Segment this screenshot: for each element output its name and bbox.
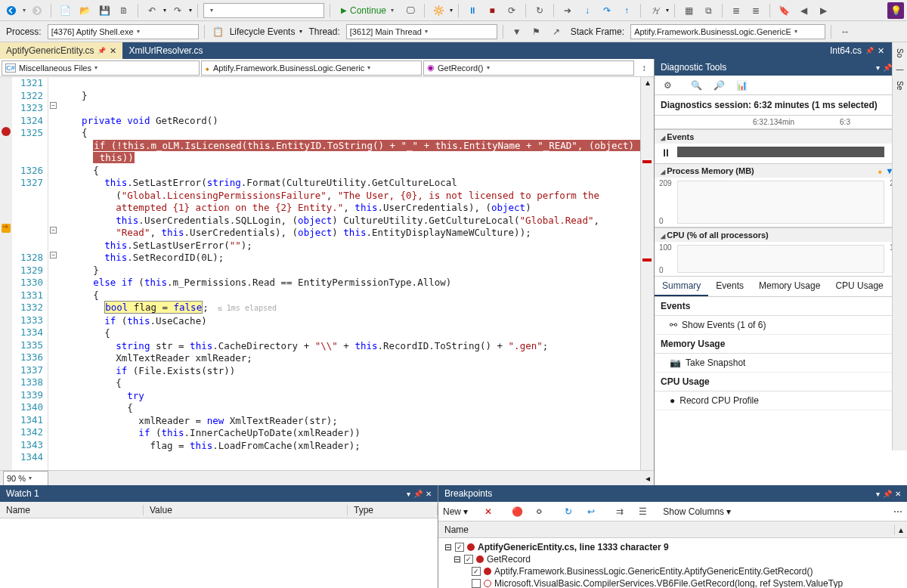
- pin-icon[interactable]: 📌: [883, 63, 892, 72]
- code-body[interactable]: } private void GetRecord() { if (!this.m…: [59, 77, 654, 470]
- gear-icon[interactable]: ⚙: [659, 77, 676, 94]
- save-all-icon[interactable]: 🗎: [116, 2, 132, 19]
- forward-icon[interactable]: [29, 2, 45, 19]
- nav-member-dropdown[interactable]: ◉GetRecord(): [423, 60, 634, 76]
- close-icon[interactable]: ✕: [878, 46, 884, 56]
- zoom-dropdown[interactable]: 90 %: [3, 471, 48, 486]
- pause-icon[interactable]: ⏸: [464, 2, 481, 19]
- tab-summary[interactable]: Summary: [655, 277, 708, 296]
- export-icon[interactable]: ↩: [583, 503, 599, 520]
- step-over-icon[interactable]: ↷: [599, 2, 615, 19]
- close-icon[interactable]: ✕: [895, 490, 901, 498]
- redo-icon[interactable]: ↷: [169, 2, 186, 19]
- show-columns-dropdown[interactable]: Show Columns ▾: [663, 506, 731, 517]
- solution-explorer-tab[interactable]: So: [896, 48, 904, 57]
- tab-events[interactable]: Events: [708, 277, 751, 296]
- bp-tree[interactable]: ⊟✓AptifyGenericEntity.cs, line 1333 char…: [438, 538, 907, 588]
- process-dropdown[interactable]: [4376] Aptify Shell.exe: [48, 24, 199, 39]
- flag-icon[interactable]: ⚑: [528, 23, 545, 40]
- pin-icon[interactable]: 📌: [865, 47, 874, 54]
- step-into-icon[interactable]: ↓: [579, 2, 596, 19]
- open-icon[interactable]: 📂: [76, 2, 93, 19]
- events-track[interactable]: ⏸: [655, 144, 907, 163]
- fold-gutter[interactable]: − − −: [48, 77, 59, 470]
- tab-cpu[interactable]: CPU Usage: [828, 277, 890, 296]
- collapsed-sidebar[interactable]: So — Se: [892, 42, 907, 450]
- overflow-icon[interactable]: ⋯: [893, 506, 902, 517]
- zoom-in-icon[interactable]: 🔍: [688, 77, 704, 94]
- hscroll-left-icon[interactable]: ◂: [642, 473, 654, 484]
- stackframe-dropdown[interactable]: Aptify.Framework.BusinessLogic.GenericE: [630, 24, 825, 39]
- bp-row[interactable]: ⊟✓GetRecord: [444, 553, 901, 565]
- vscroll-up-icon[interactable]: ▴: [895, 525, 907, 535]
- show-events-link[interactable]: ⚯Show Events (1 of 6): [655, 316, 907, 335]
- instruction-pointer-icon[interactable]: [2, 224, 11, 233]
- enable-bp-icon[interactable]: 🔴: [509, 503, 525, 520]
- toolbox1-icon[interactable]: ▦: [680, 2, 697, 19]
- nav-project-dropdown[interactable]: C#Miscellaneous Files: [2, 60, 200, 76]
- new-bp-dropdown[interactable]: New ▾: [443, 506, 468, 517]
- hex-icon[interactable]: 𝓗: [646, 2, 663, 19]
- bookmark-icon[interactable]: 🔖: [775, 2, 792, 19]
- cpu-chart[interactable]: 100 100 0 0: [655, 242, 907, 277]
- diag-title-bar[interactable]: Diagnostic Tools ▾📌✕: [655, 59, 907, 76]
- next-bm-icon[interactable]: ▶: [815, 2, 831, 19]
- goto-source-icon[interactable]: ⇉: [611, 503, 628, 520]
- vertical-scrollbar[interactable]: ▴: [640, 77, 654, 470]
- watch-grid-body[interactable]: [0, 518, 438, 588]
- refresh-icon[interactable]: ↻: [531, 2, 548, 19]
- col-value[interactable]: Value: [144, 505, 348, 515]
- step-out-icon[interactable]: ↑: [618, 2, 635, 19]
- zoom-out-icon[interactable]: 🔎: [710, 77, 727, 94]
- tab-int64[interactable]: Int64.cs 📌 ✕: [824, 42, 890, 59]
- take-snapshot-link[interactable]: 📷Take Snapshot: [655, 354, 907, 373]
- events-header[interactable]: Events: [655, 129, 907, 144]
- col-type[interactable]: Type: [348, 505, 438, 515]
- code-editor[interactable]: 1321132213231324132513261327132813291330…: [0, 77, 654, 470]
- tab-aptifygenericentity[interactable]: AptifyGenericEntity.cs 📌 ✕: [0, 42, 122, 59]
- filter-icon[interactable]: ▼: [509, 23, 525, 40]
- memory-chart[interactable]: 209 209 0 0: [655, 178, 907, 227]
- browser-icon[interactable]: 🖵: [402, 2, 419, 19]
- col-name[interactable]: Name: [0, 505, 144, 515]
- disable-bp-icon[interactable]: ⭘: [531, 503, 548, 520]
- server-explorer-tab[interactable]: Se: [896, 81, 904, 90]
- bp-row[interactable]: Microsoft.VisualBasic.CompilerServices.V…: [444, 577, 901, 588]
- reset-view-icon[interactable]: 📊: [733, 77, 750, 94]
- watch-title-bar[interactable]: Watch 1 ▾📌✕: [0, 485, 438, 502]
- pin-icon[interactable]: 📌: [98, 47, 106, 54]
- bp-row[interactable]: ✓Aptify.Framework.BusinessLogic.GenericE…: [444, 565, 901, 577]
- pin-icon[interactable]: 📌: [413, 490, 423, 498]
- expand-icon[interactable]: ↔: [837, 23, 853, 40]
- dropdown-icon[interactable]: ▾: [407, 490, 410, 498]
- diag-timeline-ruler[interactable]: 6:32.134min6:3: [655, 116, 907, 129]
- prev-bm-icon[interactable]: ◀: [795, 2, 812, 19]
- back-icon[interactable]: [3, 2, 20, 19]
- config-dropdown[interactable]: [203, 3, 324, 18]
- breakpoint-gutter[interactable]: [0, 77, 12, 470]
- new-project-icon[interactable]: 📄: [57, 2, 73, 19]
- continue-button[interactable]: Continue: [336, 2, 399, 19]
- bp-row[interactable]: ⊟✓AptifyGenericEntity.cs, line 1333 char…: [444, 541, 901, 553]
- pin-icon[interactable]: 📌: [883, 490, 892, 498]
- lifecycle-label[interactable]: Lifecycle Events: [230, 26, 296, 37]
- nav-class-dropdown[interactable]: ⬥Aptify.Framework.BusinessLogic.Generic: [201, 60, 422, 76]
- memory-header[interactable]: Process Memory (MB) ⬥ ▼ ●: [655, 163, 907, 178]
- goto-disasm-icon[interactable]: ☰: [634, 503, 651, 520]
- record-cpu-link[interactable]: ●Record CPU Profile: [655, 391, 907, 410]
- feedback-icon[interactable]: 💡: [887, 2, 904, 19]
- attach-process-icon[interactable]: 🔆: [430, 2, 447, 19]
- share-icon[interactable]: ↗: [548, 23, 565, 40]
- close-icon[interactable]: ✕: [110, 46, 116, 56]
- save-icon[interactable]: 💾: [96, 2, 113, 19]
- split-icon[interactable]: ↕: [636, 60, 652, 76]
- outdent-icon[interactable]: ≣: [748, 2, 764, 19]
- dropdown-icon[interactable]: ▾: [876, 490, 880, 498]
- toolbox2-icon[interactable]: ⧉: [700, 2, 717, 19]
- bp-title-bar[interactable]: Breakpoints ▾📌✕: [438, 485, 907, 502]
- dropdown-icon[interactable]: ▾: [876, 63, 880, 72]
- show-next-icon[interactable]: ➜: [559, 2, 576, 19]
- close-icon[interactable]: ✕: [426, 490, 432, 498]
- tab-xmlurlresolver[interactable]: XmlUrlResolver.cs: [122, 42, 209, 59]
- restart-icon[interactable]: ⟳: [503, 2, 520, 19]
